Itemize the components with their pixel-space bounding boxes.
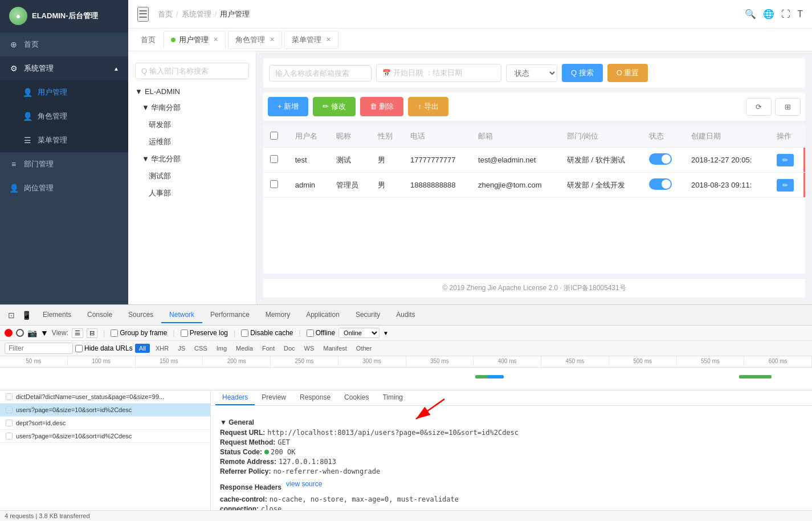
hide-data-urls-label[interactable]: Hide data URLs xyxy=(75,344,133,352)
sidebar-item-dept[interactable]: ≡ 部门管理 xyxy=(0,152,128,176)
record-button[interactable] xyxy=(5,329,13,337)
row1-edit-button[interactable]: ✏ xyxy=(777,154,794,166)
preserve-log-checkbox[interactable] xyxy=(181,329,188,337)
tree-node-label: ▼ 华南分部 xyxy=(142,103,181,113)
sidebar-item-user-mgmt[interactable]: 👤 用户管理 xyxy=(0,80,128,104)
topbar-search-button[interactable]: 🔍 xyxy=(745,9,756,19)
tab-user-mgmt[interactable]: 用户管理 ✕ xyxy=(164,31,226,49)
export-button[interactable]: ↑ 导出 xyxy=(408,97,448,116)
filter-js[interactable]: JS xyxy=(174,344,189,352)
camera-icon[interactable]: 📷 xyxy=(27,328,37,337)
filter-input[interactable] xyxy=(5,343,73,354)
sidebar-item-position[interactable]: 👤 岗位管理 xyxy=(0,176,128,200)
sidebar-item-menu-mgmt[interactable]: ☰ 菜单管理 xyxy=(0,128,128,152)
tree-node-yanfa[interactable]: 研发部 xyxy=(128,116,256,133)
tree-node-renshi[interactable]: 人事部 xyxy=(128,185,256,202)
devtools-cursor-icon[interactable]: ⊡ xyxy=(5,308,18,322)
detail-tab-response[interactable]: Response xyxy=(293,390,337,405)
tab-role-mgmt[interactable]: 角色管理 ✕ xyxy=(228,31,282,49)
tab-network[interactable]: Network xyxy=(161,307,202,323)
group-by-frame-checkbox[interactable] xyxy=(111,329,118,337)
breadcrumb-home[interactable]: 首页 xyxy=(158,9,173,19)
disable-cache-label[interactable]: Disable cache xyxy=(241,329,293,337)
row2-toggle[interactable] xyxy=(649,178,672,190)
sidebar-item-system[interactable]: ⚙ 系统管理 ▲ xyxy=(0,56,128,80)
edit-button[interactable]: ✏ 修改 xyxy=(313,97,356,116)
list-view-button[interactable]: ⊟ xyxy=(87,328,97,338)
grid-view-button[interactable]: ☰ xyxy=(72,328,83,338)
search-button[interactable]: Q 搜索 xyxy=(562,64,603,82)
offline-text: Offline xyxy=(316,329,335,337)
row2-edit-button[interactable]: ✏ xyxy=(777,179,794,192)
tree-node-huabei[interactable]: ▼ 华北分部 xyxy=(128,150,256,168)
columns-button[interactable]: ⊞ xyxy=(775,98,801,116)
tab-console[interactable]: Console xyxy=(79,307,120,323)
hamburger-button[interactable]: ☰ xyxy=(137,7,149,22)
topbar-translate-button[interactable]: 🌐 xyxy=(763,9,774,19)
filter-css[interactable]: CSS xyxy=(191,344,211,352)
clear-button[interactable] xyxy=(16,329,24,337)
tab-audits[interactable]: Audits xyxy=(388,307,423,323)
sidebar-item-system-label: 系统管理 xyxy=(24,63,54,74)
dept-search-input[interactable] xyxy=(135,63,249,79)
tab-elements[interactable]: Elements xyxy=(35,307,79,323)
filter-font[interactable]: Font xyxy=(259,344,278,352)
offline-label-wrap[interactable]: Offline xyxy=(307,329,335,337)
filter-all[interactable]: All xyxy=(135,344,150,353)
topbar-font-button[interactable]: T xyxy=(797,9,803,19)
filter-manifest[interactable]: Manifest xyxy=(320,344,350,352)
tab-performance[interactable]: Performance xyxy=(202,307,258,323)
delete-button[interactable]: 🗑 删除 xyxy=(360,97,404,116)
throttle-select[interactable]: Online Slow 3G Fast 3G xyxy=(338,328,380,338)
row1-toggle[interactable] xyxy=(649,153,672,165)
tab-application[interactable]: Application xyxy=(298,307,348,323)
tree-node-yunwei[interactable]: 运维部 xyxy=(128,133,256,150)
sidebar-item-role-mgmt[interactable]: 👤 角色管理 xyxy=(0,104,128,128)
reset-button[interactable]: O 重置 xyxy=(607,64,648,82)
remote-label: Remote Address: xyxy=(220,458,276,466)
tab-user-close-icon[interactable]: ✕ xyxy=(213,36,218,43)
group-by-frame-label[interactable]: Group by frame xyxy=(111,329,167,337)
tab-menu-mgmt[interactable]: 菜单管理 ✕ xyxy=(284,31,338,49)
tab-role-close-icon[interactable]: ✕ xyxy=(270,36,275,43)
status-select[interactable]: 状态 激活 禁用 xyxy=(506,64,557,82)
filter-media[interactable]: Media xyxy=(232,344,256,352)
topbar-expand-button[interactable]: ⛶ xyxy=(781,9,790,19)
select-all-checkbox[interactable] xyxy=(270,132,278,140)
tree-node-huanan[interactable]: ▼ 华南分部 xyxy=(128,99,256,116)
request-item-2[interactable]: users?page=0&size=10&sort=id%2Cdesc xyxy=(0,404,210,417)
filter-xhr[interactable]: XHR xyxy=(152,344,172,352)
disable-cache-checkbox[interactable] xyxy=(241,329,248,337)
date-range-input[interactable]: 📅 开始日期 ：结束日期 xyxy=(376,64,501,82)
row2-checkbox[interactable] xyxy=(270,180,278,188)
hide-data-urls-checkbox[interactable] xyxy=(75,345,83,352)
add-button[interactable]: + 新增 xyxy=(268,97,308,116)
breadcrumb-system[interactable]: 系统管理 xyxy=(182,9,211,19)
view-source-link[interactable]: view source xyxy=(286,480,322,494)
filter-ws[interactable]: WS xyxy=(301,344,318,352)
sidebar-item-home[interactable]: ⊕ 首页 xyxy=(0,32,128,56)
detail-tab-preview[interactable]: Preview xyxy=(255,390,293,405)
filter-img[interactable]: Img xyxy=(213,344,230,352)
detail-tab-headers[interactable]: Headers xyxy=(215,390,255,405)
user-search-input[interactable] xyxy=(269,65,372,82)
devtools-device-icon[interactable]: 📱 xyxy=(18,308,35,322)
request-item-3[interactable]: dept?sort=id,desc xyxy=(0,417,210,430)
request-item-4[interactable]: users?page=0&size=10&sort=id%2Cdesc xyxy=(0,430,210,443)
detail-tab-cookies[interactable]: Cookies xyxy=(337,390,376,405)
tab-sources[interactable]: Sources xyxy=(120,307,161,323)
tree-node-ceshi[interactable]: 测试部 xyxy=(128,168,256,185)
refresh-button[interactable]: ⟳ xyxy=(746,98,772,116)
offline-checkbox[interactable] xyxy=(307,329,314,337)
tab-menu-close-icon[interactable]: ✕ xyxy=(326,36,331,43)
filter-other[interactable]: Other xyxy=(353,344,376,352)
tab-security[interactable]: Security xyxy=(348,307,388,323)
filter-doc[interactable]: Doc xyxy=(280,344,299,352)
row1-checkbox[interactable] xyxy=(270,155,278,163)
preserve-log-label[interactable]: Preserve log xyxy=(181,329,228,337)
tab-home[interactable]: 首页 xyxy=(135,31,161,48)
filter-icon[interactable]: ▼ xyxy=(40,328,48,337)
tree-node-root[interactable]: ▼ EL-ADMIN xyxy=(128,84,256,99)
tab-memory[interactable]: Memory xyxy=(258,307,298,323)
request-item-1[interactable]: dictDetail?dictName=user_status&page=0&s… xyxy=(0,390,210,404)
